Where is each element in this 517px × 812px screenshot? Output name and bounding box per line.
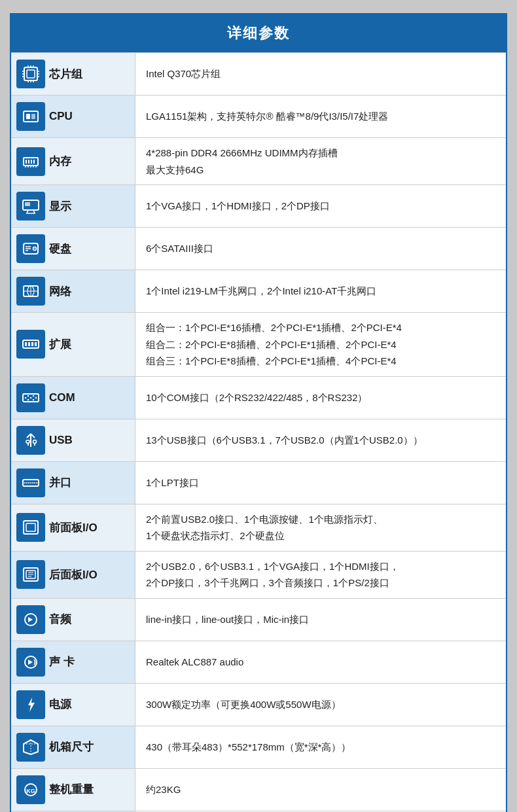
usb-icon: [16, 426, 45, 455]
label-cell-hdd: 硬盘: [11, 228, 135, 270]
label-cell-soundcard: 声 卡: [11, 641, 135, 683]
row-rear-panel: 后面板I/O2个USB2.0，6个USB3.1，1个VGA接口，1个HDMI接口…: [11, 551, 506, 598]
row-display: 显示1个VGA接口，1个HDMI接口，2个DP接口: [11, 185, 506, 227]
display-icon: [16, 192, 45, 221]
svg-point-59: [33, 440, 37, 443]
label-cell-chipset: 芯片组: [11, 53, 135, 95]
svg-rect-31: [25, 202, 30, 206]
row-expansion: 扩展组合一：1个PCI-E*16插槽、2个PCI-E*1插槽、2个PCI-E*4…: [11, 312, 506, 376]
value-text-usb: 13个USB接口（6个USB3.1，7个USB2.0（内置1个USB2.0））: [146, 432, 423, 449]
value-text-expansion: 组合一：1个PCI-E*16插槽、2个PCI-E*1插槽、2个PCI-E*4 组…: [146, 319, 402, 370]
value-cell-cpu: LGA1151架构，支持英特尔® 酷睿™8/9代I3/I5/I7处理器: [135, 96, 506, 137]
label-cell-weight: KG 整机重量: [11, 769, 135, 811]
value-text-hdd: 6个SATAIII接口: [146, 240, 213, 257]
label-text-usb: USB: [49, 434, 73, 447]
svg-rect-21: [33, 160, 35, 164]
row-power: 电源300W额定功率（可更换400W或550W电源）: [11, 683, 506, 726]
row-memory: 内存4*288-pin DDR4 2666MHz UDIMM内存插槽 最大支持6…: [11, 137, 506, 185]
svg-rect-71: [26, 523, 35, 531]
value-cell-hdd: 6个SATAIII接口: [135, 228, 506, 270]
rearpanel-icon: [16, 560, 45, 589]
value-text-display: 1个VGA接口，1个HDMI接口，2个DP接口: [146, 198, 330, 215]
value-cell-chipset: Intel Q370芯片组: [135, 53, 506, 95]
row-weight: KG 整机重量约23KG: [11, 768, 506, 811]
weight-icon: KG: [16, 775, 45, 804]
parallel-icon: [16, 468, 45, 497]
svg-rect-44: [28, 342, 30, 346]
audio-icon: [16, 605, 45, 634]
label-cell-cpu: CPU: [11, 96, 135, 137]
value-cell-com: 10个COM接口（2个RS232/422/485，8个RS232）: [135, 377, 506, 419]
svg-rect-19: [28, 160, 29, 164]
label-text-memory: 内存: [49, 154, 71, 169]
label-text-cpu: CPU: [49, 110, 73, 123]
soundcard-icon: [16, 648, 45, 677]
svg-rect-20: [31, 160, 32, 164]
value-text-weight: 约23KG: [146, 781, 181, 798]
row-usb: USB13个USB接口（6个USB3.1，7个USB2.0（内置1个USB2.0…: [11, 419, 506, 461]
value-cell-soundcard: Realtek ALC887 audio: [135, 641, 506, 683]
value-cell-usb: 13个USB接口（6个USB3.1，7个USB2.0（内置1个USB2.0））: [135, 419, 506, 461]
svg-rect-18: [26, 160, 27, 164]
svg-rect-58: [26, 440, 29, 443]
value-cell-audio: line-in接口，line-out接口，Mic-in接口: [135, 599, 506, 641]
label-text-audio: 音频: [49, 612, 71, 627]
svg-marker-79: [28, 697, 35, 712]
dimension-icon: [16, 733, 45, 762]
label-text-soundcard: 声 卡: [49, 654, 75, 669]
value-cell-dimension: 430（带耳朵483）*552*178mm（宽*深*高））: [135, 726, 506, 768]
label-cell-display: 显示: [11, 185, 135, 227]
row-audio: 音频line-in接口，line-out接口，Mic-in接口: [11, 598, 506, 641]
label-cell-front-panel: 前面板I/O: [11, 504, 135, 551]
cpu-icon: [16, 102, 45, 131]
value-text-rear-panel: 2个USB2.0，6个USB3.1，1个VGA接口，1个HDMI接口， 2个DP…: [146, 558, 399, 591]
value-cell-memory: 4*288-pin DDR4 2666MHz UDIMM内存插槽 最大支持64G: [135, 138, 506, 185]
value-cell-rear-panel: 2个USB2.0，6个USB3.1，1个VGA接口，1个HDMI接口， 2个DP…: [135, 552, 506, 598]
svg-rect-1: [27, 70, 35, 78]
chip-icon: [16, 60, 45, 88]
label-cell-usb: USB: [11, 419, 135, 461]
row-hdd: 硬盘6个SATAIII接口: [11, 227, 506, 270]
label-text-rear-panel: 后面板I/O: [49, 567, 98, 582]
label-text-parallel: 并口: [49, 475, 71, 490]
label-cell-memory: 内存: [11, 138, 135, 185]
value-text-com: 10个COM接口（2个RS232/422/485，8个RS232）: [146, 389, 367, 406]
row-network: 网络1个Intel i219-LM千兆网口，2个Intel i210-AT千兆网…: [11, 270, 506, 312]
svg-point-54: [35, 397, 37, 398]
svg-rect-43: [25, 342, 27, 346]
value-text-network: 1个Intel i219-LM千兆网口，2个Intel i210-AT千兆网口: [146, 283, 376, 300]
value-text-front-panel: 2个前置USB2.0接口、1个电源按键、1个电源指示灯、 1个硬盘状态指示灯、2…: [146, 511, 383, 544]
value-cell-network: 1个Intel i219-LM千兆网口，2个Intel i210-AT千兆网口: [135, 270, 506, 312]
svg-rect-14: [24, 111, 38, 122]
value-text-chipset: Intel Q370芯片组: [146, 65, 221, 82]
row-dimension: 机箱尺寸430（带耳朵483）*552*178mm（宽*深*高））: [11, 726, 506, 768]
value-text-dimension: 430（带耳朵483）*552*178mm（宽*深*高））: [146, 739, 351, 756]
label-cell-expansion: 扩展: [11, 313, 135, 376]
header-title: 详细参数: [227, 25, 290, 41]
label-cell-power: 电源: [11, 684, 135, 726]
table-header: 详细参数: [11, 14, 506, 52]
row-soundcard: 声 卡Realtek ALC887 audio: [11, 641, 506, 683]
label-text-dimension: 机箱尺寸: [49, 739, 94, 754]
value-cell-front-panel: 2个前置USB2.0接口、1个电源按键、1个电源指示灯、 1个硬盘状态指示灯、2…: [135, 504, 506, 551]
value-cell-weight: 约23KG: [135, 769, 506, 811]
row-cpu: CPULGA1151架构，支持英特尔® 酷睿™8/9代I3/I5/I7处理器: [11, 95, 506, 137]
com-icon: [16, 383, 45, 412]
label-text-expansion: 扩展: [49, 337, 71, 352]
svg-point-34: [34, 248, 35, 249]
value-text-power: 300W额定功率（可更换400W或550W电源）: [146, 696, 341, 713]
frontpanel-icon: [16, 513, 45, 542]
label-text-display: 显示: [49, 199, 71, 214]
row-com: COM10个COM接口（2个RS232/422/485，8个RS232）: [11, 376, 506, 419]
label-text-com: COM: [49, 391, 75, 404]
label-cell-network: 网络: [11, 270, 135, 312]
label-text-weight: 整机重量: [49, 782, 94, 797]
label-text-power: 电源: [49, 697, 71, 712]
row-chipset: 芯片组Intel Q370芯片组: [11, 52, 506, 95]
spec-table: 详细参数 芯片组Intel Q370芯片组 CPULGA1151架构，支持英特尔…: [10, 13, 507, 812]
power-icon: [16, 690, 45, 719]
row-front-panel: 前面板I/O2个前置USB2.0接口、1个电源按键、1个电源指示灯、 1个硬盘状…: [11, 504, 506, 551]
svg-point-50: [27, 398, 29, 400]
svg-point-49: [27, 395, 29, 396]
value-text-cpu: LGA1151架构，支持英特尔® 酷睿™8/9代I3/I5/I7处理器: [146, 108, 388, 125]
